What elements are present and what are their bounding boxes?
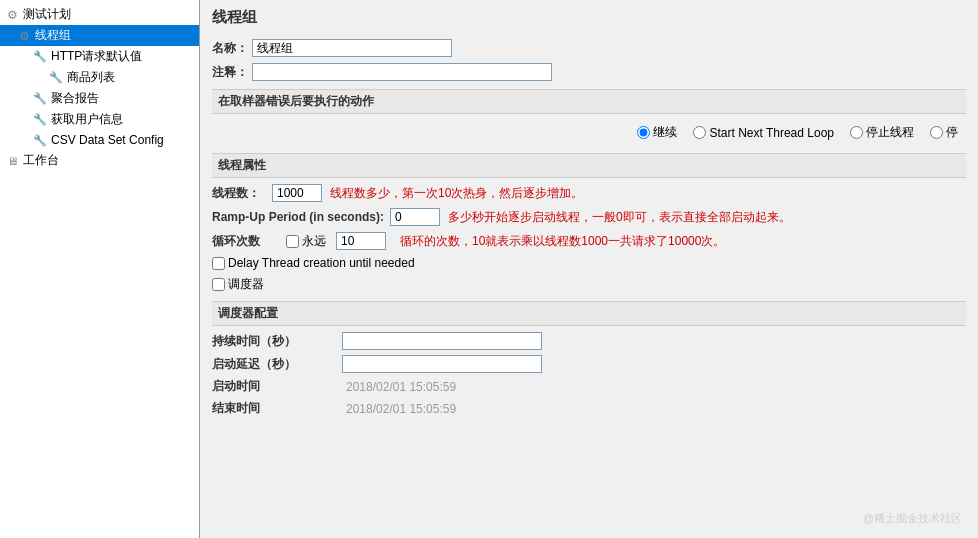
- thread-count-row: 线程数： 线程数多少，第一次10次热身，然后逐步增加。: [212, 184, 966, 202]
- sidebar-item-test-plan[interactable]: ⚙ 测试计划: [0, 4, 199, 25]
- forever-checkbox-label[interactable]: 永远: [286, 233, 326, 250]
- sidebar-item-label: 商品列表: [67, 69, 115, 86]
- ramp-up-input[interactable]: [390, 208, 440, 226]
- radio-continue[interactable]: 继续: [637, 124, 677, 141]
- start-time-label: 启动时间: [212, 378, 342, 395]
- scheduler-row: 调度器: [212, 276, 966, 293]
- radio-stop[interactable]: 停: [930, 124, 958, 141]
- ramp-up-row: Ramp-Up Period (in seconds): 多少秒开始逐步启动线程…: [212, 208, 966, 226]
- ramp-up-label: Ramp-Up Period (in seconds):: [212, 210, 384, 224]
- forever-checkbox[interactable]: [286, 235, 299, 248]
- start-delay-input[interactable]: [342, 355, 542, 373]
- loop-count-input[interactable]: [336, 232, 386, 250]
- wrench-icon: 🔧: [32, 112, 48, 128]
- start-delay-label: 启动延迟（秒）: [212, 356, 342, 373]
- name-label: 名称：: [212, 40, 248, 57]
- sidebar-item-get-user-info[interactable]: 🔧 获取用户信息: [0, 109, 199, 130]
- sidebar-item-label: 线程组: [35, 27, 71, 44]
- forever-label: 永远: [302, 233, 326, 250]
- gear-icon: ⚙: [16, 28, 32, 44]
- start-time-row: 启动时间: [212, 378, 966, 395]
- sidebar-item-label: 工作台: [23, 152, 59, 169]
- name-input[interactable]: [252, 39, 452, 57]
- thread-count-input[interactable]: [272, 184, 322, 202]
- loop-count-comment: 循环的次数，10就表示乘以线程数1000一共请求了10000次。: [400, 233, 725, 250]
- loop-count-label: 循环次数: [212, 233, 272, 250]
- delay-checkbox-label[interactable]: Delay Thread creation until needed: [212, 256, 415, 270]
- duration-row: 持续时间（秒）: [212, 332, 966, 350]
- loop-count-row: 循环次数 永远 循环的次数，10就表示乘以线程数1000一共请求了10000次。: [212, 232, 966, 250]
- sidebar-item-http-defaults[interactable]: 🔧 HTTP请求默认值: [0, 46, 199, 67]
- sidebar-item-label: 测试计划: [23, 6, 71, 23]
- radio-start-next-thread-label: Start Next Thread Loop: [709, 126, 834, 140]
- delay-label: Delay Thread creation until needed: [228, 256, 415, 270]
- sidebar-item-label: HTTP请求默认值: [51, 48, 142, 65]
- left-panel: ⚙ 测试计划 ⚙ 线程组 🔧 HTTP请求默认值 🔧 商品列表 🔧 聚合报告 🔧…: [0, 0, 200, 538]
- ramp-up-comment: 多少秒开始逐步启动线程，一般0即可，表示直接全部启动起来。: [448, 209, 791, 226]
- csv-icon: 🔧: [32, 132, 48, 148]
- sidebar-item-label: 聚合报告: [51, 90, 99, 107]
- scheduler-label: 调度器: [228, 276, 264, 293]
- radio-stop-label: 停: [946, 124, 958, 141]
- error-action-radio-group: 继续 Start Next Thread Loop 停止线程 停: [212, 120, 966, 145]
- sidebar-item-product-list[interactable]: 🔧 商品列表: [0, 67, 199, 88]
- wrench-icon: 🔧: [32, 49, 48, 65]
- name-row: 名称：: [212, 39, 966, 57]
- end-time-label: 结束时间: [212, 400, 342, 417]
- thread-count-comment: 线程数多少，第一次10次热身，然后逐步增加。: [330, 185, 583, 202]
- scheduler-checkbox[interactable]: [212, 278, 225, 291]
- radio-continue-label: 继续: [653, 124, 677, 141]
- sidebar-item-aggregate-report[interactable]: 🔧 聚合报告: [0, 88, 199, 109]
- sidebar-item-csv-config[interactable]: 🔧 CSV Data Set Config: [0, 130, 199, 150]
- end-time-input[interactable]: [342, 401, 542, 417]
- workbench-icon: 🖥: [4, 153, 20, 169]
- sidebar-item-thread-group[interactable]: ⚙ 线程组: [0, 25, 199, 46]
- gear-icon: ⚙: [4, 7, 20, 23]
- end-time-row: 结束时间: [212, 400, 966, 417]
- delay-checkbox[interactable]: [212, 257, 225, 270]
- radio-stop-input[interactable]: [930, 126, 943, 139]
- scheduler-checkbox-label[interactable]: 调度器: [212, 276, 264, 293]
- scheduler-config-title: 调度器配置: [212, 301, 966, 326]
- start-delay-row: 启动延迟（秒）: [212, 355, 966, 373]
- radio-stop-thread-input[interactable]: [850, 126, 863, 139]
- radio-stop-thread-label: 停止线程: [866, 124, 914, 141]
- watermark: @稀土掘金技术社区: [863, 511, 962, 526]
- page-title: 线程组: [212, 8, 966, 31]
- error-action-title: 在取样器错误后要执行的动作: [212, 89, 966, 114]
- right-panel: 线程组 名称： 注释： 在取样器错误后要执行的动作 继续 Start Next …: [200, 0, 978, 538]
- delay-row: Delay Thread creation until needed: [212, 256, 966, 270]
- comment-row: 注释：: [212, 63, 966, 81]
- comment-label: 注释：: [212, 64, 248, 81]
- duration-input[interactable]: [342, 332, 542, 350]
- chart-icon: 🔧: [32, 91, 48, 107]
- sidebar-item-workbench[interactable]: 🖥 工作台: [0, 150, 199, 171]
- wrench-icon: 🔧: [48, 70, 64, 86]
- sidebar-item-label: 获取用户信息: [51, 111, 123, 128]
- radio-stop-thread[interactable]: 停止线程: [850, 124, 914, 141]
- radio-start-next-thread-input[interactable]: [693, 126, 706, 139]
- radio-start-next-thread[interactable]: Start Next Thread Loop: [693, 126, 834, 140]
- start-time-input[interactable]: [342, 379, 542, 395]
- comment-input[interactable]: [252, 63, 552, 81]
- duration-label: 持续时间（秒）: [212, 333, 342, 350]
- thread-props-title: 线程属性: [212, 153, 966, 178]
- thread-count-label: 线程数：: [212, 185, 272, 202]
- radio-continue-input[interactable]: [637, 126, 650, 139]
- sidebar-item-label: CSV Data Set Config: [51, 133, 164, 147]
